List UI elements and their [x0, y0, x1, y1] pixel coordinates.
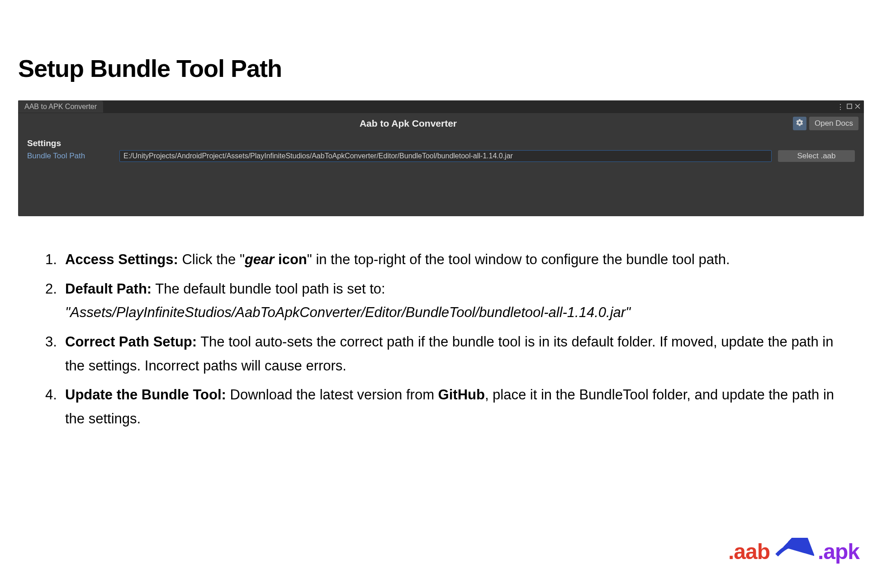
instruction-item-2: Default Path: The default bundle tool pa… — [65, 277, 837, 325]
instruction-item-4: Update the Bundle Tool: Download the lat… — [65, 383, 837, 431]
gear-icon — [796, 119, 804, 129]
github-word: GitHub — [438, 387, 485, 403]
instruction-item-3: Correct Path Setup: The tool auto-sets t… — [65, 330, 837, 378]
arrow-icon — [773, 538, 814, 565]
instruction-text: Click the " — [178, 251, 245, 267]
gear-word: gear — [245, 251, 274, 267]
aab-logo-text: .aab — [728, 539, 770, 564]
title-row: Aab to Apk Converter Open Docs — [18, 113, 864, 134]
settings-section: Settings Bundle Tool Path Select .aab — [18, 134, 864, 216]
bundle-path-row: Bundle Tool Path Select .aab — [27, 150, 855, 162]
instruction-text: Download the latest version from — [226, 387, 438, 403]
window-tab[interactable]: AAB to APK Converter — [18, 101, 103, 113]
svg-rect-0 — [847, 104, 852, 109]
settings-heading: Settings — [27, 138, 855, 148]
close-icon[interactable] — [855, 103, 860, 111]
kebab-icon[interactable]: ⋮ — [837, 103, 844, 111]
page-title: Setup Bundle Tool Path — [18, 54, 864, 82]
instruction-text: " in the top-right of the tool window to… — [307, 251, 730, 267]
tab-bar: AAB to APK Converter ⋮ — [18, 100, 864, 113]
instruction-label: Correct Path Setup: — [65, 334, 197, 350]
settings-gear-button[interactable] — [793, 117, 806, 130]
icon-word: icon — [274, 251, 307, 267]
bundle-path-label: Bundle Tool Path — [27, 152, 113, 161]
instruction-label: Update the Bundle Tool: — [65, 387, 226, 403]
bundle-path-input[interactable] — [119, 150, 772, 162]
instruction-item-1: Access Settings: Click the "gear icon" i… — [65, 248, 837, 272]
maximize-icon[interactable] — [847, 103, 852, 111]
open-docs-button[interactable]: Open Docs — [809, 117, 858, 130]
footer-logo: .aab .apk — [728, 538, 859, 565]
unity-editor-window: AAB to APK Converter ⋮ Aab to Apk Conver… — [18, 100, 864, 216]
apk-logo-text: .apk — [818, 539, 859, 564]
select-aab-button[interactable]: Select .aab — [778, 150, 855, 162]
window-controls: ⋮ — [837, 103, 864, 111]
default-path-value: "Assets/PlayInfiniteStudios/AabToApkConv… — [65, 301, 837, 325]
instruction-label: Access Settings: — [65, 251, 178, 267]
instruction-label: Default Path: — [65, 281, 152, 297]
instruction-text: The default bundle tool path is set to: — [152, 281, 385, 297]
window-title: Aab to Apk Converter — [24, 118, 793, 129]
instructions-list: Access Settings: Click the "gear icon" i… — [18, 248, 864, 431]
